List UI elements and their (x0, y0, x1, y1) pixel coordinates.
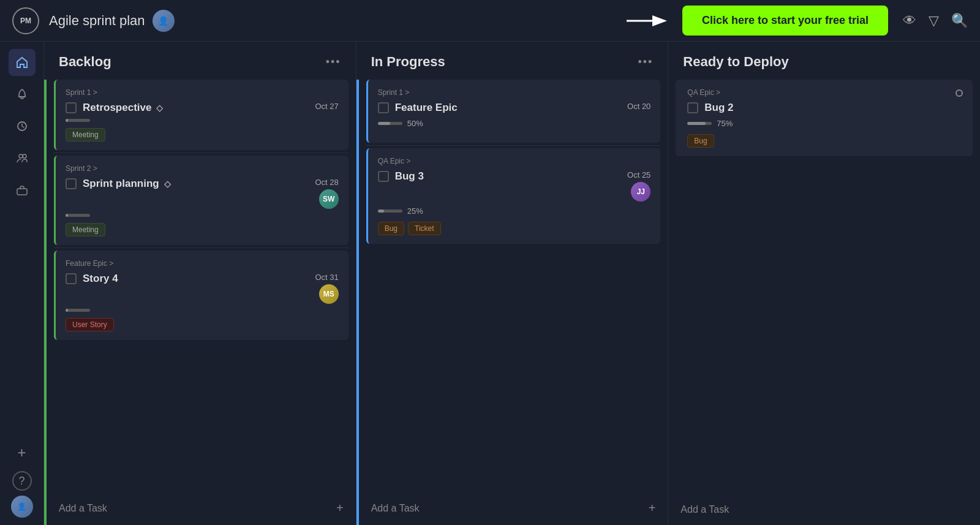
card-date-avatar-sprint-planning: Oct 28 SW (310, 178, 338, 209)
svg-point-4 (19, 154, 23, 158)
task-card-feature-epic[interactable]: Sprint 1 > Feature Epic Oct 20 (366, 80, 661, 143)
top-header: PM Agile sprint plan 👤 Click here to sta… (0, 0, 980, 42)
add-task-label-in-progress: Add a Task (371, 503, 420, 514)
card-date-sprint-planning: Oct 28 (315, 178, 338, 187)
column-backlog: Backlog ••• Sprint 1 > (44, 42, 356, 525)
header-icons: 👁 ▽ 🔍 (903, 13, 968, 29)
sidebar-item-help[interactable]: ? (12, 471, 32, 491)
column-inner-backlog: Sprint 1 > Retrospective ◇ Oct 27 (44, 80, 356, 525)
svg-point-5 (23, 154, 26, 158)
svg-rect-2 (21, 97, 23, 99)
card-tags-bug3: Bug Ticket (378, 222, 651, 235)
add-icon-in-progress: + (649, 501, 656, 515)
card-title-bug2: Bug 2 (704, 102, 733, 114)
card-header-sprint-planning: Sprint planning ◇ Oct 28 SW (66, 178, 339, 209)
task-card-sprint-planning[interactable]: Sprint 2 > Sprint planning ◇ (54, 156, 349, 245)
tag-bug-bug2: Bug (687, 134, 714, 148)
card-checkbox-title-bug2: Bug 2 (687, 102, 733, 114)
card-progress-story4 (66, 309, 339, 312)
progress-bar-fill-retrospective (66, 119, 68, 122)
column-menu-in-progress[interactable]: ••• (638, 56, 653, 69)
divider-3 (366, 145, 661, 146)
card-checkbox-bug2[interactable] (687, 102, 698, 113)
card-title-sprint-planning: Sprint planning ◇ (83, 178, 171, 190)
task-card-retrospective[interactable]: Sprint 1 > Retrospective ◇ Oct 27 (54, 80, 349, 150)
card-parent-feature-epic: Sprint 1 > (378, 88, 651, 97)
sidebar-item-notifications[interactable] (9, 81, 36, 108)
card-parent-retrospective: Sprint 1 > (66, 88, 339, 97)
card-tags-sprint-planning: Meeting (66, 223, 339, 236)
add-task-label-ready-to-deploy: Add a Task (680, 504, 729, 515)
add-task-in-progress[interactable]: Add a Task + (359, 491, 668, 525)
card-checkbox-title-sprint-planning: Sprint planning ◇ (66, 178, 171, 190)
card-progress-sprint-planning (66, 214, 339, 217)
sidebar-item-home[interactable] (9, 49, 36, 76)
main-layout: + ? 👤 Backlog ••• Sprint 1 > (0, 42, 980, 525)
card-date-avatar-story4: Oct 31 MS (310, 273, 338, 304)
divider-1 (54, 153, 349, 153)
col-body-ready-to-deploy: QA Epic > Bug 2 (668, 80, 980, 525)
filter-icon[interactable]: ▽ (929, 13, 939, 29)
card-date-retrospective: Oct 27 (315, 102, 338, 111)
column-header-in-progress: In Progress ••• (356, 42, 668, 80)
card-date-story4: Oct 31 (315, 273, 338, 282)
sidebar-item-history[interactable] (9, 113, 36, 140)
column-header-ready-to-deploy: Ready to Deploy (668, 42, 980, 80)
card-header-retrospective: Retrospective ◇ Oct 27 (66, 102, 339, 114)
card-checkbox-bug3[interactable] (378, 171, 389, 182)
card-title-retrospective: Retrospective ◇ (83, 102, 163, 114)
app-title: Agile sprint plan (49, 13, 145, 29)
sidebar-item-team[interactable] (9, 145, 36, 172)
card-date-avatar-bug3: Oct 25 JJ (622, 170, 650, 202)
column-header-backlog: Backlog ••• (44, 42, 356, 80)
card-checkbox-sprint-planning[interactable] (66, 178, 77, 189)
svg-rect-6 (17, 189, 27, 195)
card-checkbox-title-retrospective: Retrospective ◇ (66, 102, 163, 114)
card-header-bug3: Bug 3 Oct 25 JJ (378, 170, 651, 202)
eye-icon[interactable]: 👁 (903, 13, 916, 29)
card-progress-retrospective (66, 119, 339, 122)
sidebar-item-briefcase[interactable] (9, 176, 36, 203)
arrow-icon (624, 9, 673, 33)
progress-text-bug3: 25% (407, 206, 423, 216)
diamond-icon-retrospective: ◇ (156, 103, 163, 113)
column-content-in-progress: Sprint 1 > Feature Epic Oct 20 (359, 80, 668, 489)
sidebar: + ? 👤 (0, 42, 44, 525)
card-title-story4: Story 4 (83, 273, 118, 285)
progress-bar-bg-sprint-planning (66, 214, 90, 217)
search-icon[interactable]: 🔍 (951, 13, 968, 29)
avatar-ms: MS (319, 284, 339, 304)
progress-bar-bg-bug2 (687, 122, 712, 125)
column-menu-backlog[interactable]: ••• (326, 56, 341, 69)
sidebar-user-avatar[interactable]: 👤 (11, 496, 33, 518)
column-in-progress: In Progress ••• Sprint 1 > Feature Epic (356, 42, 669, 525)
add-icon-backlog: + (336, 501, 344, 515)
card-checkbox-title-feature-epic: Feature Epic (378, 102, 458, 114)
column-inner-in-progress: Sprint 1 > Feature Epic Oct 20 (356, 80, 668, 525)
add-task-label-backlog: Add a Task (59, 503, 107, 514)
add-task-backlog[interactable]: Add a Task + (47, 491, 356, 525)
card-checkbox-title-bug3: Bug 3 (378, 170, 424, 183)
column-inner-ready-to-deploy: QA Epic > Bug 2 (668, 80, 980, 525)
sidebar-item-add[interactable]: + (9, 439, 36, 466)
card-checkbox-retrospective[interactable] (66, 102, 77, 113)
card-checkbox-feature-epic[interactable] (378, 102, 389, 113)
column-title-in-progress: In Progress (371, 54, 445, 70)
add-task-ready-to-deploy[interactable]: Add a Task (668, 494, 980, 525)
free-trial-button[interactable]: Click here to start your free trial (682, 6, 888, 36)
tag-user-story: User Story (66, 318, 114, 331)
avatar-sw: SW (319, 189, 339, 209)
card-checkbox-title-story4: Story 4 (66, 273, 118, 285)
status-dot-bug2 (956, 89, 963, 97)
column-content-backlog: Sprint 1 > Retrospective ◇ Oct 27 (47, 80, 356, 489)
arrow-container (624, 9, 673, 33)
card-header-story4: Story 4 Oct 31 MS (66, 273, 339, 304)
divider-2 (54, 247, 349, 248)
task-card-bug2[interactable]: QA Epic > Bug 2 (676, 80, 973, 156)
task-card-bug3[interactable]: QA Epic > Bug 3 Oct 25 JJ (366, 148, 661, 244)
card-checkbox-story4[interactable] (66, 273, 77, 284)
card-header-bug2: Bug 2 (687, 102, 963, 114)
progress-bar-bg-retrospective (66, 119, 90, 122)
card-title-bug3: Bug 3 (395, 170, 424, 183)
task-card-story4[interactable]: Feature Epic > Story 4 Oct 31 MS (54, 251, 349, 340)
